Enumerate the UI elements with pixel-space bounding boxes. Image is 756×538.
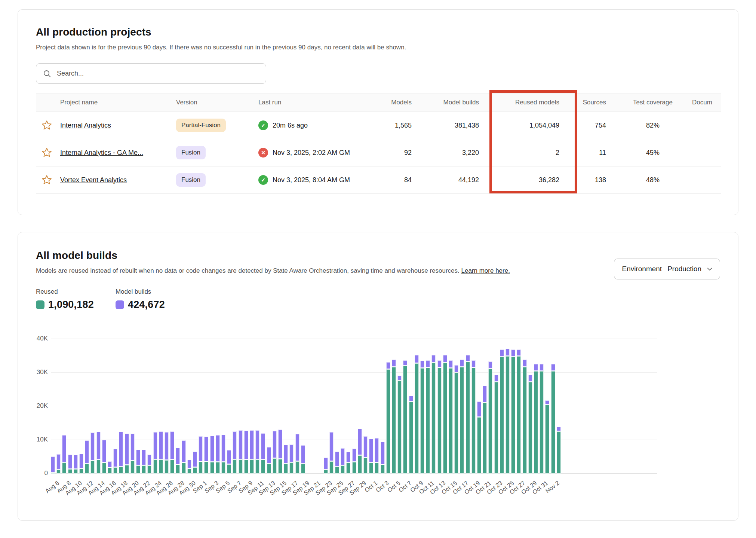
legend-builds-swatch [116,300,124,309]
reused-segment [79,469,83,474]
environment-dropdown[interactable]: Environment Production [614,259,720,279]
reused-segment [136,465,140,474]
builds-segment [369,439,373,462]
builds-segment [346,452,350,462]
builds-segment [51,456,55,472]
bar-aug-7 [56,339,61,474]
column-header-last-run: Last run [255,94,382,112]
builds-segment [96,432,101,459]
favorite-star-button[interactable] [40,173,54,187]
reused-segment [454,373,458,474]
bar-oct-8 [409,339,413,474]
reused-segment [119,467,123,474]
documentation-cell [688,139,721,166]
bar-sep-23 [324,339,328,474]
model-builds-card: All model builds Models are reused inste… [18,232,738,521]
builds-segment [295,434,299,461]
model-builds-cell: 3,220 [423,139,490,166]
last-run-text: 20m 6s ago [273,122,308,129]
legend-item-reused: Reused 1,090,182 [36,288,94,311]
bar-aug-31 [193,339,197,474]
project-name-link[interactable]: Internal Analytics - GA Me... [60,149,143,156]
sources-cell: 754 [571,112,617,139]
learn-more-link[interactable]: Learn more here. [461,267,510,274]
builds-segment [239,430,243,459]
search-input[interactable] [56,69,259,78]
builds-segment [409,396,413,401]
builds-segment [488,361,492,369]
reused-segment [403,366,407,474]
builds-segment [386,362,390,369]
project-name-link[interactable]: Vortex Event Analytics [60,176,127,184]
builds-segment [119,432,123,467]
bar-oct-6 [397,339,402,474]
favorite-star-button[interactable] [40,146,54,160]
column-header-project-name: Project name [56,94,172,112]
builds-segment [363,436,368,457]
model-builds-subtitle-text: Models are reused instead of rebuilt whe… [36,267,460,274]
builds-segment [193,452,197,467]
legend-reused-swatch [36,300,44,309]
reused-segment [420,368,424,474]
builds-segment [102,440,106,462]
builds-segment [392,360,396,367]
builds-segment [153,432,157,459]
builds-segment [540,364,544,371]
builds-segment [523,360,527,367]
column-header-docum: Docum [688,94,721,112]
reused-segment [204,462,208,474]
bar-sep-28 [352,339,356,474]
star-icon [41,181,52,187]
legend-reused-label: Reused [36,288,94,296]
builds-segment [165,432,169,460]
reused-segment [324,470,328,474]
bar-aug-28 [176,339,180,474]
reused-segment [494,382,498,474]
builds-segment [375,438,379,463]
builds-segment [199,436,203,461]
bar-aug-6 [51,339,55,474]
reused-segment [437,368,442,474]
builds-segment [182,440,186,462]
builds-segment [403,360,407,366]
column-header-star [36,94,56,112]
favorite-star-button[interactable] [40,118,54,132]
reused-segment [125,465,129,474]
bar-oct-28 [523,339,527,474]
bar-sep-29 [358,339,362,474]
builds-segment [216,435,220,462]
bar-aug-16 [108,339,112,474]
bar-aug-30 [187,339,191,474]
reused-segment [193,467,197,474]
test-coverage-cell: 45% [617,139,688,166]
bar-oct-13 [437,339,442,474]
bar-oct-2 [375,339,379,474]
bar-aug-15 [102,339,106,474]
reused-segment [301,464,305,474]
bar-aug-10 [74,339,78,474]
builds-segment [477,401,481,417]
builds-segment [449,360,453,368]
environment-label: Environment [622,265,662,273]
builds-segment [56,454,61,470]
reused-segment [431,363,436,474]
projects-table: Project nameVersionLast runModelsModel b… [36,93,720,194]
bar-oct-21 [483,339,487,474]
builds-segment [244,431,248,459]
bar-oct-5 [392,339,396,474]
bar-aug-29 [182,339,186,474]
reused-segment [500,357,504,474]
bar-sep-3 [210,339,214,474]
reused-models-cell: 36,282 [490,166,571,194]
reused-segment [250,459,254,474]
bar-sep-16 [284,339,288,474]
test-coverage-cell: 48% [617,166,688,194]
bar-aug-18 [119,339,123,474]
reused-segment [147,465,151,474]
builds-segment [261,433,265,459]
bar-sep-5 [221,339,225,474]
model-builds-cell: 44,192 [423,166,490,194]
bar-oct-23 [494,339,498,474]
search-box[interactable] [36,63,266,84]
project-name-link[interactable]: Internal Analytics [60,122,111,129]
